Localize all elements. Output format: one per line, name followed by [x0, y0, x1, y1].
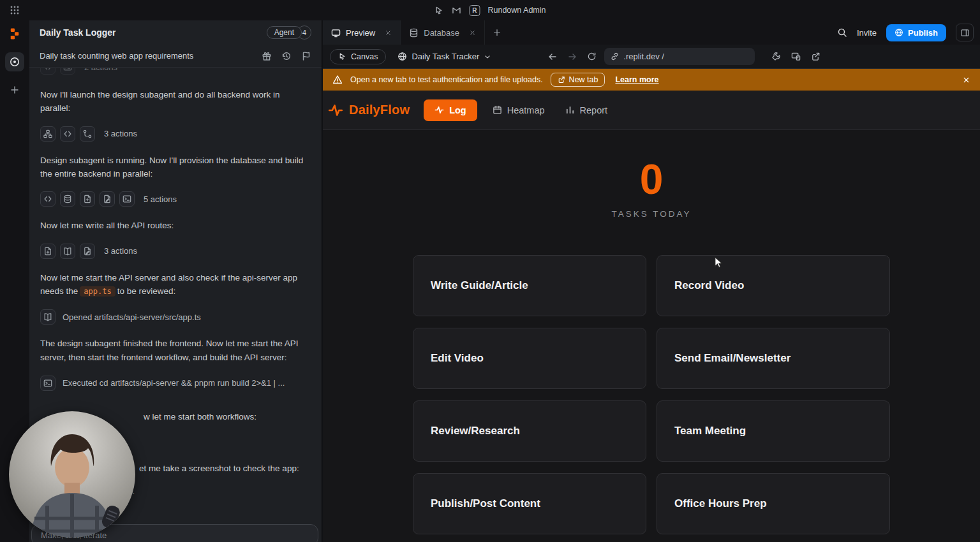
- workflow-icon[interactable]: [80, 126, 95, 142]
- forward-icon[interactable]: [567, 52, 577, 62]
- preview-tool-icons: [771, 52, 820, 61]
- message-text: to be reviewed:: [117, 286, 176, 296]
- actions-row: 3 actions: [40, 244, 311, 259]
- file-edit-icon[interactable]: [80, 244, 95, 259]
- link-icon: [611, 52, 619, 61]
- activity-icon: [434, 105, 444, 115]
- panel-toggle-icon[interactable]: [956, 24, 974, 41]
- external-link-icon: [558, 76, 565, 84]
- invite-button[interactable]: Invite: [857, 28, 877, 38]
- task-card[interactable]: Send Email/Newsletter: [657, 328, 890, 389]
- inline-code: app.ts: [80, 286, 115, 297]
- banner-close-icon[interactable]: [962, 76, 970, 84]
- apps-grid-icon[interactable]: [10, 5, 20, 15]
- mouse-cursor: [713, 256, 725, 269]
- webcam-overlay: [9, 411, 135, 538]
- task-card[interactable]: Review/Research: [413, 400, 646, 462]
- url-bar[interactable]: .replit.dev /: [604, 48, 755, 65]
- tab-database[interactable]: Database: [401, 20, 485, 45]
- active-window-group: R Rundown Admin: [434, 0, 546, 20]
- canvas-button[interactable]: Canvas: [330, 49, 386, 64]
- actions-count-label: 5 actions: [144, 194, 177, 204]
- database-icon[interactable]: [60, 191, 75, 207]
- code-icon[interactable]: [60, 126, 75, 142]
- nav-label: Heatmap: [507, 105, 545, 115]
- new-tab-button[interactable]: New tab: [551, 73, 605, 87]
- open-external-icon[interactable]: [811, 52, 820, 61]
- agent-pill[interactable]: Agent: [267, 26, 302, 39]
- terminal-icon[interactable]: [60, 68, 75, 75]
- banner-message: Open a new tab to test authentication an…: [350, 75, 543, 84]
- tabbar-right-actions: Invite Publish: [837, 24, 980, 41]
- action-item-text: Opened artifacts/api-server/src/app.ts: [63, 312, 201, 322]
- tab-bar: Preview Database Invite Publish: [323, 20, 980, 45]
- app-header: DailyFlow Log Heatmap Report: [323, 91, 980, 130]
- app-selector[interactable]: Daily Task Tracker: [394, 49, 495, 64]
- thread-header: Daily task counting web app requirements: [29, 45, 322, 68]
- warning-icon: [332, 75, 343, 85]
- actions-row: 5 actions: [40, 191, 311, 207]
- gift-icon[interactable]: [262, 51, 272, 61]
- globe-icon: [397, 52, 407, 61]
- new-tab-plus-icon[interactable]: [493, 28, 501, 37]
- tab-preview[interactable]: Preview: [323, 20, 401, 45]
- brand-name: DailyFlow: [349, 103, 410, 117]
- history-icon[interactable]: [281, 51, 292, 61]
- task-card[interactable]: Publish/Post Content: [413, 473, 646, 534]
- nav-report-button[interactable]: Report: [560, 99, 613, 121]
- action-item[interactable]: Executed cd artifacts/api-server && pnpm…: [40, 376, 311, 391]
- file-plus-icon[interactable]: [40, 244, 56, 259]
- close-icon[interactable]: [469, 29, 476, 36]
- nav-log-button[interactable]: Log: [424, 99, 477, 121]
- file-plus-icon[interactable]: [80, 191, 95, 207]
- globe-icon: [895, 28, 903, 37]
- pointer-icon: [434, 6, 443, 15]
- terminal-icon: [40, 376, 56, 391]
- auth-warning-banner: Open a new tab to test authentication an…: [323, 69, 980, 91]
- top-strip: R Rundown Admin: [0, 0, 980, 20]
- presenter-avatar: [9, 411, 135, 538]
- task-card[interactable]: Write Guide/Article: [413, 255, 646, 316]
- publish-button[interactable]: Publish: [886, 24, 946, 41]
- thread-title: Daily task counting web app requirements: [40, 51, 193, 61]
- task-count-caption: TASKS TODAY: [323, 209, 980, 219]
- code-icon[interactable]: [40, 191, 56, 207]
- back-icon[interactable]: [547, 52, 558, 62]
- close-icon[interactable]: [385, 29, 392, 36]
- task-counter: 0 TASKS TODAY: [323, 158, 980, 219]
- task-card[interactable]: Team Meeting: [657, 400, 890, 462]
- replit-logo-icon[interactable]: [5, 24, 24, 43]
- learn-more-link[interactable]: Learn more: [615, 75, 658, 84]
- terminal-icon[interactable]: [119, 191, 135, 207]
- new-chat-plus-icon[interactable]: [5, 80, 24, 99]
- url-text: .replit.dev /: [623, 52, 664, 61]
- task-card[interactable]: Edit Video: [413, 328, 646, 389]
- task-card[interactable]: Record Video: [657, 255, 890, 316]
- monitor-icon: [331, 28, 341, 38]
- action-item[interactable]: Opened artifacts/api-server/src/app.ts: [40, 309, 311, 325]
- wrench-icon[interactable]: [771, 52, 781, 61]
- actions-count-label: 3 actions: [104, 246, 137, 256]
- reload-icon[interactable]: [587, 52, 597, 61]
- chat-header: Daily Task Logger Agent 4: [29, 20, 322, 45]
- browser-nav-buttons: [547, 52, 597, 62]
- bar-chart-icon: [565, 105, 575, 115]
- app-brand: DailyFlow: [328, 103, 410, 118]
- task-card[interactable]: Office Hours Prep: [657, 473, 890, 534]
- search-icon[interactable]: [837, 27, 847, 38]
- devices-icon[interactable]: [791, 52, 801, 61]
- task-count-value: 0: [323, 158, 980, 200]
- app-nav: Log Heatmap Report: [424, 99, 612, 121]
- flag-icon[interactable]: [301, 51, 311, 61]
- action-item-text: Executed cd artifacts/api-server && pnpm…: [63, 378, 285, 388]
- workspace: Preview Database Invite Publish Canvas D…: [323, 20, 980, 542]
- chevron-down-icon: [484, 53, 491, 61]
- nav-heatmap-button[interactable]: Heatmap: [487, 99, 550, 121]
- book-icon[interactable]: [60, 244, 75, 259]
- record-target-icon[interactable]: [5, 52, 24, 71]
- chat-title: Daily Task Logger: [40, 27, 116, 38]
- file-edit-icon[interactable]: [100, 191, 115, 207]
- app-preview: DailyFlow Log Heatmap Report 0 TASKS TO: [323, 91, 980, 542]
- hierarchy-icon[interactable]: [40, 126, 56, 142]
- code-icon[interactable]: [40, 68, 56, 75]
